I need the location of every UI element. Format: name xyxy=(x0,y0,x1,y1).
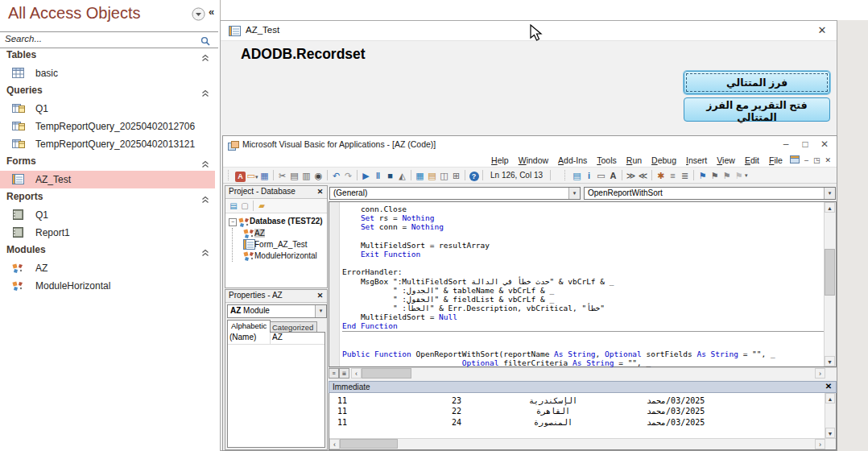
nav-item-TempReportQuery_20250402013121[interactable]: TempReportQuery_20250402013121 xyxy=(0,135,215,153)
child-restore-icon[interactable]: ◳ xyxy=(811,156,823,164)
undo-icon[interactable]: ↶ xyxy=(330,169,342,182)
full-module-view-button[interactable]: ≣ xyxy=(339,368,349,379)
access-icon[interactable]: A xyxy=(234,169,246,182)
collapse-chevron-icon[interactable] xyxy=(201,86,209,101)
bookmark-next-icon[interactable]: ⚑ xyxy=(709,169,721,182)
object-browser-icon[interactable]: ◫ xyxy=(438,169,450,182)
nav-menu-dropdown-icon[interactable] xyxy=(192,7,205,21)
project-explorer-icon[interactable]: ▦ xyxy=(414,169,426,182)
find-icon[interactable]: ◉ xyxy=(312,169,324,182)
scroll-left-icon[interactable]: ‹ xyxy=(351,368,362,379)
code-vertical-scrollbar[interactable]: ▲ ▼ xyxy=(824,202,836,366)
save-icon[interactable]: ▦ xyxy=(258,169,271,182)
view-object-icon[interactable]: ▢ xyxy=(239,201,250,212)
redo-icon[interactable]: ↷ xyxy=(342,169,354,182)
collapse-chevron-icon[interactable] xyxy=(201,192,209,207)
nav-group-header-reports[interactable]: Reports xyxy=(0,188,220,206)
help-icon[interactable]: ? xyxy=(468,169,480,182)
vba-titlebar[interactable]: Microsoft Visual Basic for Applications … xyxy=(223,136,837,153)
scroll-up-icon[interactable]: ▲ xyxy=(825,393,835,403)
shutter-bar-collapse-icon[interactable]: « xyxy=(209,6,214,18)
property-row[interactable]: (Name) AZ xyxy=(228,333,324,345)
close-icon[interactable]: ✕ xyxy=(315,291,325,300)
nav-item-TempReportQuery_20250402012706[interactable]: TempReportQuery_20250402012706 xyxy=(0,118,215,135)
nav-item-Q1[interactable]: Q1 xyxy=(0,100,215,118)
paste-icon[interactable]: ▥ xyxy=(300,169,312,182)
search-box[interactable]: Search... xyxy=(0,31,218,48)
immediate-header[interactable]: Immediate ✕ xyxy=(329,381,837,393)
close-icon[interactable]: ✕ xyxy=(315,187,325,197)
collapse-chevron-icon[interactable] xyxy=(201,51,209,65)
maximize-icon[interactable]: □ xyxy=(796,137,814,151)
bookmark-clear-icon[interactable]: ⚑ xyxy=(733,169,745,182)
menu-window[interactable]: Window xyxy=(514,155,553,165)
uncomment-block-icon[interactable]: ≣ xyxy=(679,169,691,182)
scroll-right-icon[interactable]: › xyxy=(815,439,825,449)
nav-group-header-forms[interactable]: Forms xyxy=(0,153,220,171)
scroll-right-icon[interactable]: › xyxy=(815,368,825,379)
menu-tools[interactable]: Tools xyxy=(592,155,622,165)
properties-window-icon[interactable]: ▤ xyxy=(426,169,438,182)
cut-icon[interactable]: ✂ xyxy=(276,169,288,182)
nav-item-basic[interactable]: basic xyxy=(0,64,215,82)
nav-group-header-queries[interactable]: Queries xyxy=(0,82,220,100)
collapse-box-icon[interactable]: − xyxy=(229,218,237,226)
scrollbar-thumb[interactable] xyxy=(362,368,411,379)
copy-icon[interactable]: ▤ xyxy=(288,169,300,182)
child-close-icon[interactable]: ✕ xyxy=(822,156,833,164)
scroll-down-icon[interactable]: ▼ xyxy=(825,356,835,366)
menu-debug[interactable]: Debug xyxy=(647,155,681,165)
tab-categorized[interactable]: Categorized xyxy=(269,321,317,333)
collapse-chevron-icon[interactable] xyxy=(201,246,209,260)
tab-alphabetic[interactable]: Alphabetic xyxy=(227,320,271,333)
scroll-left-icon[interactable]: ‹ xyxy=(329,439,340,449)
insert-object-icon[interactable]: ▭▾ xyxy=(246,169,258,182)
properties-panel-header[interactable]: Properties - AZ ✕ xyxy=(225,290,327,303)
child-minimize-icon[interactable]: – xyxy=(802,156,811,164)
bookmark-toggle-icon[interactable]: ⚑ xyxy=(696,169,709,182)
scroll-down-icon[interactable]: ▼ xyxy=(825,428,835,438)
sort-sequential-button[interactable]: فرز المتتالي xyxy=(684,71,830,94)
close-icon[interactable]: ✕ xyxy=(816,137,833,151)
menu-addins[interactable]: Add-Ins xyxy=(553,155,592,165)
view-code-icon[interactable]: ▤ xyxy=(228,201,239,212)
project-item-AZ[interactable]: AZ xyxy=(233,228,327,239)
project-item-Form_AZ_Test[interactable]: Form_AZ_Test xyxy=(233,239,327,250)
indent-icon[interactable]: ≫ xyxy=(625,169,637,182)
immediate-horizontal-scrollbar[interactable]: ‹ › xyxy=(329,438,836,449)
toolbox-icon[interactable]: ⊞ xyxy=(450,169,462,182)
code-editor[interactable]: conn.Close Set rs = Nothing Set conn = N… xyxy=(329,201,837,367)
parameter-info-icon[interactable]: ▭ xyxy=(595,169,607,182)
scrollbar-thumb[interactable] xyxy=(825,249,835,296)
toggle-folders-icon[interactable]: ▰ xyxy=(256,201,267,212)
open-report-with-sort-button[interactable]: فتح التقرير مع الفرز المتتالي xyxy=(684,97,830,122)
form-window-titlebar[interactable]: AZ_Test ✕ xyxy=(221,21,837,41)
nav-item-Report1[interactable]: Report1 xyxy=(0,224,215,242)
break-icon[interactable]: ‖ xyxy=(372,169,384,182)
nav-item-ModuleHorizontal[interactable]: ModuleHorizontal xyxy=(0,277,215,295)
menu-run[interactable]: Run xyxy=(622,155,647,165)
bookmark-prev-icon[interactable]: ⚑ xyxy=(721,169,733,182)
menu-view[interactable]: View xyxy=(712,155,740,165)
close-icon[interactable]: ✕ xyxy=(823,382,834,392)
immediate-vertical-scrollbar[interactable]: ▲ ▼ xyxy=(825,393,836,438)
menu-file[interactable]: File xyxy=(764,155,787,165)
immediate-body[interactable]: 1123الإسكندريةمحمد‎/03/20251122القاهرةمح… xyxy=(329,393,837,450)
scroll-up-icon[interactable]: ▲ xyxy=(825,202,835,213)
procedure-view-button[interactable]: ≡ xyxy=(329,368,339,379)
quick-info-icon[interactable]: i xyxy=(583,169,595,182)
menu-help[interactable]: Help xyxy=(486,155,514,165)
minimize-icon[interactable]: – xyxy=(777,137,795,151)
project-item-ModuleHorizontal[interactable]: ModuleHorizontal xyxy=(233,250,327,262)
chevron-down-icon[interactable]: ▾ xyxy=(315,305,326,317)
chevron-down-icon[interactable]: ▾ xyxy=(824,188,835,199)
collapse-chevron-icon[interactable] xyxy=(201,157,209,172)
project-tree-root[interactable]: − Database (TEST22) xyxy=(225,216,327,228)
nav-group-header-modules[interactable]: Modules xyxy=(0,242,220,259)
outdent-icon[interactable]: ≪ xyxy=(637,169,649,182)
list-properties-icon[interactable]: ▤ xyxy=(571,169,583,182)
object-combo[interactable]: (General) ▾ xyxy=(329,187,581,200)
comment-block-icon[interactable]: ≡ xyxy=(667,169,679,182)
run-icon[interactable]: ▶ xyxy=(360,169,372,182)
breakpoint-icon[interactable]: ✱ xyxy=(655,169,667,182)
